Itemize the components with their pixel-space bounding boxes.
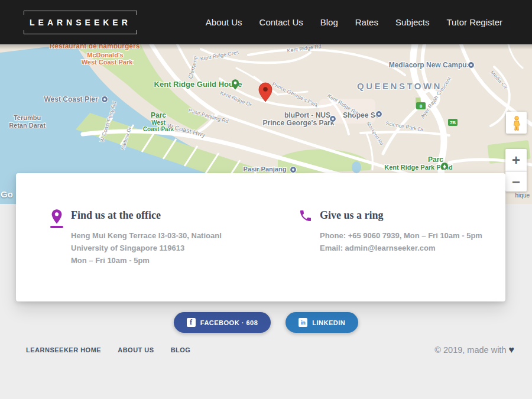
- poi-marker-icon[interactable]: [330, 116, 336, 122]
- office-section: Find us at the office Heng Mui Keng Terr…: [50, 209, 299, 301]
- map-label: West: [151, 119, 166, 126]
- logo-frame-top: [24, 11, 137, 15]
- footer-link-blog[interactable]: BLOG: [171, 346, 191, 353]
- footer: LEARNSEEKER HOMEABOUT USBLOG © 2019, mad…: [0, 343, 532, 356]
- location-pin-icon: [50, 209, 64, 228]
- svg-text:7B: 7B: [450, 120, 456, 125]
- google-watermark: Go: [1, 189, 13, 199]
- pin-underline: [50, 226, 63, 228]
- nav-contact-us[interactable]: Contact Us: [259, 17, 303, 27]
- phone-section: Give us a ring Phone: +65 9060 7939, Mon…: [299, 209, 482, 301]
- route-shield[interactable]: 7B: [448, 119, 458, 126]
- facebook-button[interactable]: f FACEBOOK · 608: [174, 312, 271, 333]
- office-line: Heng Mui Keng Terrace I3-03-30, Natioanl: [71, 229, 222, 242]
- facebook-label: FACEBOOK · 608: [200, 319, 258, 326]
- map-label: QUEENSTOWN: [357, 81, 442, 91]
- logo-text: LEARNSEEKER: [24, 18, 137, 27]
- logo[interactable]: LEARNSEEKER: [24, 11, 137, 34]
- map-label: Mediacorp New Campus: [389, 61, 471, 69]
- poi-marker-icon[interactable]: [102, 96, 108, 103]
- zoom-out-button[interactable]: −: [505, 171, 527, 192]
- office-lines: Heng Mui Keng Terrace I3-03-30, Natioanl…: [71, 229, 222, 267]
- nav-blog[interactable]: Blog: [320, 17, 338, 27]
- tree-marker-icon[interactable]: [441, 163, 448, 170]
- map-label: McDonald's: [87, 51, 123, 59]
- footer-links: LEARNSEEKER HOMEABOUT USBLOG: [26, 346, 190, 353]
- zoom-in-button[interactable]: +: [505, 149, 527, 171]
- linkedin-icon: in: [299, 318, 307, 327]
- map-label: Kent Ridge Guild House: [154, 80, 242, 89]
- phone-icon: [299, 209, 313, 223]
- map-label: Parc: [428, 155, 443, 164]
- map-label: Shopee SG: [343, 111, 381, 119]
- map-label: Retan Darat: [9, 122, 46, 129]
- copyright-text: © 2019, made with: [434, 345, 506, 355]
- main-nav: About UsContact UsBlogRatesSubjectsTutor…: [206, 17, 502, 27]
- map-label: Parc: [151, 111, 166, 119]
- footer-link-learnseeker-home[interactable]: LEARNSEEKER HOME: [26, 346, 101, 353]
- map-label: Restaurant de hamburgers: [50, 44, 140, 50]
- pegman-icon: [510, 115, 523, 131]
- office-title: Find us at the office: [71, 209, 222, 222]
- contact-card: Find us at the office Heng Mui Keng Terr…: [16, 173, 505, 301]
- map-label: bluPort - NUS: [284, 111, 330, 119]
- office-line: Mon – Fri 10am - 5pm: [71, 254, 222, 267]
- ring-line: Phone: +65 9060 7939, Mon – Fri 10am - 5…: [320, 229, 482, 242]
- map-label: West Coast Pier: [44, 95, 98, 103]
- office-line: University of Singapore 119613: [71, 242, 222, 254]
- map-label: West Coast Park: [82, 59, 133, 66]
- nav-rates[interactable]: Rates: [355, 17, 378, 27]
- pegman-control[interactable]: [506, 112, 527, 134]
- svg-text:8: 8: [420, 103, 423, 109]
- linkedin-label: LINKEDIN: [312, 319, 345, 326]
- ring-line: Email: admin@learnseeker.com: [320, 242, 482, 254]
- facebook-icon: f: [187, 318, 196, 327]
- ring-title: Give us a ring: [320, 209, 482, 222]
- copyright: © 2019, made with ♥: [434, 345, 514, 355]
- contact-page: LEARNSEEKER About UsContact UsBlogRatesS…: [0, 0, 532, 399]
- poi-marker-icon[interactable]: [376, 111, 382, 118]
- nav-about-us[interactable]: About Us: [206, 17, 242, 27]
- social-row: f FACEBOOK · 608 in LINKEDIN: [0, 312, 532, 333]
- poi-marker-icon[interactable]: [290, 167, 297, 173]
- route-shield[interactable]: 8: [416, 102, 426, 109]
- map-attribution-fragment[interactable]: hique: [515, 192, 530, 199]
- poi-marker-icon[interactable]: [468, 62, 475, 69]
- footer-link-about-us[interactable]: ABOUT US: [118, 346, 154, 353]
- logo-frame-bottom: [24, 30, 137, 34]
- nav-subjects[interactable]: Subjects: [395, 17, 430, 27]
- nav-tutor-register[interactable]: Tutor Register: [447, 17, 502, 27]
- linkedin-button[interactable]: in LINKEDIN: [286, 312, 358, 333]
- map-label: Prince George's Park: [263, 119, 335, 127]
- heart-icon: ♥: [509, 345, 515, 355]
- header: LEARNSEEKER About UsContact UsBlogRatesS…: [0, 0, 532, 44]
- map-pond: [352, 161, 361, 173]
- map-label: Terumbu: [14, 114, 41, 121]
- ring-lines: Phone: +65 9060 7939, Mon – Fri 10am - 5…: [320, 229, 482, 254]
- map-label: Pasir Panjang: [244, 166, 287, 173]
